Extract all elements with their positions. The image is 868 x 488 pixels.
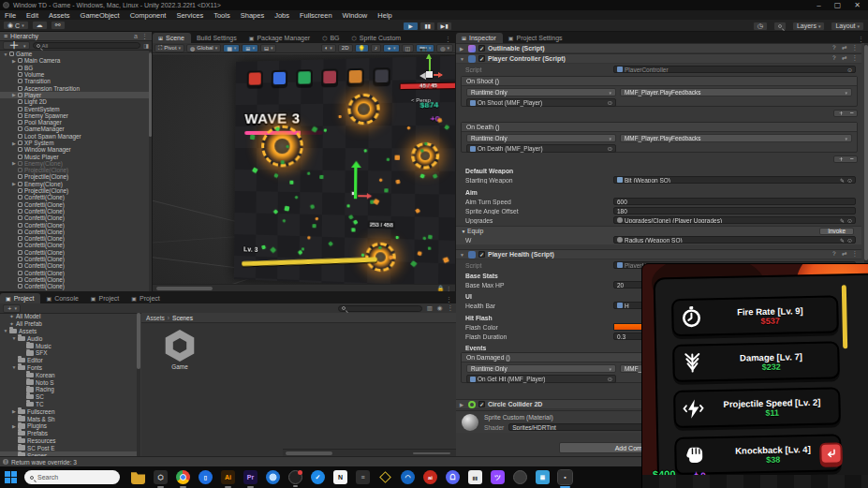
hierarchy-item-projectile-clone[interactable]: Projectile(Clone)	[0, 187, 149, 194]
project-folder-sc-post-e[interactable]: SC Post E	[0, 444, 140, 451]
shading-mode-dropdown[interactable]: ◐▾	[321, 44, 336, 52]
hierarchy-item-pool-manager[interactable]: Pool Manager	[0, 119, 149, 126]
menu-shapes[interactable]: Shapes	[241, 11, 264, 20]
tab-bg[interactable]: ⬡BG	[316, 33, 346, 43]
add-event-button[interactable]: ＋	[837, 156, 844, 162]
hierarchy-item-confetti-clone[interactable]: Confetti(Clone)	[0, 242, 149, 248]
project-folder-sc[interactable]: SC	[0, 393, 140, 401]
taskbar-app-notebook[interactable]: ≣	[536, 470, 550, 484]
presets-icon[interactable]: ⇄	[842, 250, 846, 259]
taskbar-app-active-window[interactable]: ▪	[558, 470, 572, 484]
taskbar-app-todo-check[interactable]: ✓	[311, 470, 325, 484]
taskbar-app-discord[interactable]: ᗝ	[446, 470, 460, 484]
taskbar-app-folder[interactable]	[131, 470, 145, 484]
event-mode-dropdown[interactable]: Runtime Only▾	[466, 364, 616, 373]
hierarchy-item-confetti-clone[interactable]: Confetti(Clone)	[0, 283, 149, 289]
tab-sprite-custom[interactable]: ⬡Sprite Custom	[346, 33, 408, 43]
hierarchy-item-window-manager[interactable]: Window Manager	[0, 146, 149, 153]
hierarchy-item-volume[interactable]: Volume	[0, 71, 149, 78]
filter-type-icon[interactable]: ▥	[427, 304, 433, 312]
taskbar-app-red-ai[interactable]: ai	[423, 470, 437, 484]
hierarchy-item-confetti-clone[interactable]: Confetti(Clone)	[0, 249, 149, 256]
remove-event-button[interactable]: −	[849, 156, 853, 162]
tab-console[interactable]: ▣Console	[40, 293, 84, 303]
menu-fullscreen[interactable]: Fullscreen	[300, 11, 332, 20]
minimize-button[interactable]: –	[817, 1, 820, 9]
panel-menu-icon[interactable]: ⋮	[442, 296, 456, 303]
taskbar-app-twitch[interactable]: ツ	[491, 470, 505, 484]
close-button[interactable]: ✕	[854, 1, 861, 9]
taskbar-app-notepad[interactable]: ≡	[356, 470, 370, 484]
menu-file[interactable]: File	[5, 11, 16, 20]
tab-project-settings[interactable]: ▣Project Settings	[503, 33, 569, 43]
create-asset-button[interactable]: ＋▾	[3, 304, 21, 313]
tab-project[interactable]: ▣Project	[125, 293, 166, 303]
component-player-controller-header[interactable]: ▼ ✓ Player Controller (Script) ？⇄⋮	[456, 53, 861, 64]
upgrade-card-projectile-speed[interactable]: Projectile Speed [Lv. 2]$11	[673, 387, 841, 428]
panel-menu-icon[interactable]: ⋮	[854, 36, 868, 43]
menu-window[interactable]: Window	[343, 11, 368, 20]
presets-icon[interactable]: ⇄	[842, 54, 846, 63]
scene-horizontal-scrollbar[interactable]: 🔒 ⋮	[153, 284, 455, 291]
enabled-checkbox[interactable]: ✓	[478, 45, 485, 52]
event-target-object[interactable]: On Death (MMF_Player)⊙	[466, 144, 616, 153]
search-button[interactable]	[773, 22, 787, 31]
component-outlinable-header[interactable]: ▶ ✓ Outlinable (Script) ？⇄⋮	[456, 43, 861, 53]
script-object-field[interactable]: PlayerController⊙	[613, 66, 856, 73]
hierarchy-item-loot-spawn-manager[interactable]: Loot Spawn Manager	[0, 133, 149, 140]
expand-arrow[interactable]: ▶	[10, 92, 18, 97]
camera-dropdown[interactable]: 📷▾	[416, 44, 434, 52]
taskbar-app-diamond[interactable]	[378, 470, 392, 484]
persp-label[interactable]: < Persp	[411, 97, 431, 103]
hierarchy-item-confetti-clone[interactable]: Confetti(Clone)	[0, 235, 149, 242]
hierarchy-item-projectile-clone[interactable]: Projectile(Clone)	[0, 167, 149, 173]
starting-weapon-field[interactable]: Bit (Weapon SO)✎⊙	[613, 176, 856, 184]
hierarchy-item-transition[interactable]: Transition	[0, 78, 149, 84]
help-icon[interactable]: ？	[831, 54, 838, 63]
status-message[interactable]: Return wave override: 3	[11, 459, 77, 466]
hierarchy-item-projectile-clone[interactable]: Projectile(Clone)	[0, 173, 149, 180]
panel-menu-icon[interactable]: ⋮	[441, 36, 455, 43]
enabled-checkbox[interactable]: ✓	[478, 251, 485, 258]
menu-edit[interactable]: Edit	[26, 11, 38, 20]
project-folder-all-prefab[interactable]: ✦All Prefab	[0, 320, 140, 328]
equip-foldout[interactable]: ▼Equip Invoke	[456, 226, 861, 235]
undo-history-button[interactable]: ◷	[753, 22, 768, 31]
project-folder-music[interactable]: Music	[0, 342, 140, 349]
taskbar-app-phone-link[interactable]: ▯	[199, 470, 213, 484]
console-message-icon[interactable]: !	[3, 459, 8, 465]
lighting-toggle[interactable]: 💡	[355, 44, 370, 52]
expand-arrow[interactable]: ▼	[10, 364, 18, 370]
close-shop-button[interactable]	[819, 442, 842, 464]
step-button[interactable]: ▶▮	[436, 22, 452, 31]
upgrades-field[interactable]: Upgrades(Clone) (Player Upgrades)✎⊙	[613, 216, 856, 224]
move-gizmo-x-axis[interactable]	[358, 195, 371, 197]
hierarchy-item-enemy-clone[interactable]: ▶Enemy(Clone)	[0, 181, 149, 187]
event-method-dropdown[interactable]: MMF_Player.PlayFeedbacks▾	[620, 88, 852, 96]
edit-icon[interactable]: ✎	[840, 217, 845, 224]
more-icon[interactable]: ⋮	[852, 250, 859, 259]
cloud-button[interactable]: ☁	[32, 21, 48, 30]
enabled-checkbox[interactable]: ✓	[478, 401, 485, 407]
invoke-button[interactable]: Invoke	[819, 228, 854, 235]
project-folder-all-model[interactable]: ✦All Model	[0, 313, 140, 320]
presets-icon[interactable]: ⇄	[842, 44, 846, 52]
taskbar-app-chrome[interactable]	[176, 470, 190, 484]
expand-arrow[interactable]: ▼	[2, 52, 9, 57]
menu-tools[interactable]: Tools	[213, 11, 230, 20]
upgrade-card-fire-rate[interactable]: Fire Rate [Lv. 9]$537	[671, 295, 839, 336]
pause-button[interactable]: ▮▮	[419, 22, 435, 31]
orientation-gizmo[interactable]	[412, 58, 446, 96]
play-button[interactable]: ▶	[403, 22, 419, 31]
taskbar-search[interactable]: Search	[24, 470, 120, 484]
hierarchy-item-gamemanager[interactable]: GameManager	[0, 126, 149, 132]
taskbar-app-photos[interactable]	[266, 470, 280, 484]
tab-project[interactable]: ▣Project	[0, 293, 40, 303]
hierarchy-item-xp-system[interactable]: ▶XP System	[0, 140, 149, 146]
taskbar-app-notion[interactable]: N	[333, 470, 347, 484]
project-bottom-scrollbar[interactable]	[283, 449, 456, 456]
menu-jobs[interactable]: Jobs	[274, 11, 289, 20]
taskbar-app-unity-hub[interactable]: ⬡	[154, 470, 168, 484]
tab-package-manager[interactable]: ▣Package Manager	[243, 33, 317, 43]
layout-dropdown[interactable]: Layout▾	[831, 22, 864, 31]
